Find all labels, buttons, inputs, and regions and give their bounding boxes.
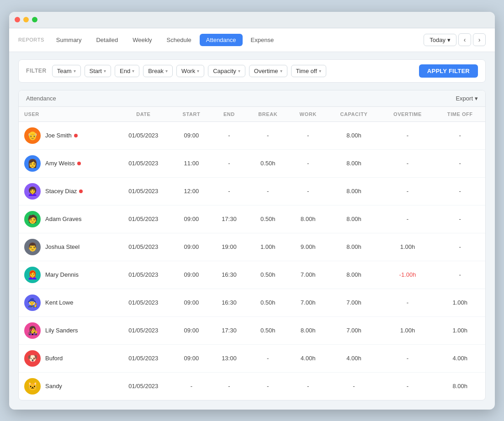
cell-time_off: - [435,177,485,205]
filter-time-off[interactable]: Time off ▾ [291,65,326,77]
cell-overtime: 1.00h [381,233,435,261]
cell-overtime: - [381,289,435,316]
cell-break: 1.00h [247,233,289,261]
titlebar [9,12,495,28]
table-row: 👩‍🦱 Stacey Diaz 01/05/202312:00---8.00h-… [19,177,485,205]
cell-capacity: - [327,372,380,400]
maximize-dot[interactable] [32,17,37,22]
cell-overtime: 1.00h [381,316,435,344]
user-cell: 👩 Amy Weiss [19,149,115,177]
cell-end: 17:30 [211,205,247,233]
user-name: Lily Sanders [45,327,78,334]
user-name: Mary Dennis [45,271,79,278]
cell-work: - [289,149,328,177]
cell-break: 0.50h [247,205,289,233]
filter-team[interactable]: Team ▾ [52,65,81,77]
apply-filter-button[interactable]: APPLY FILTER [419,64,478,78]
tab-weekly[interactable]: Weekly [126,34,158,46]
cell-date: 01/05/2023 [115,233,171,261]
user-cell: 🧙 Kent Lowe [19,289,115,316]
cell-work: - [289,121,328,149]
cell-capacity: 8.00h [327,233,380,261]
table-row: 🧑 Adam Graves 01/05/202309:0017:300.50h8… [19,205,485,233]
cell-time_off: 4.00h [435,344,485,372]
cell-overtime: - [381,344,435,372]
cell-overtime: -1.00h [381,261,435,289]
user-cell: 🐱 Sandy [19,372,115,400]
cell-work: 8.00h [289,316,328,344]
user-name: Joshua Steel [45,243,80,250]
cell-time_off: - [435,261,485,289]
attendance-table: USER DATE START END BREAK WORK CAPACITY … [19,107,485,400]
cell-break: - [247,177,289,205]
cell-capacity: 8.00h [327,121,380,149]
cell-start: 09:00 [172,233,212,261]
topbar-right: Today ▾ ‹ › [424,33,486,46]
cell-time_off: 8.00h [435,372,485,400]
cell-end: - [211,177,247,205]
cell-overtime: - [381,205,435,233]
avatar: 🧑 [24,211,41,227]
close-dot[interactable] [15,17,20,22]
filter-break[interactable]: Break ▾ [143,65,173,77]
avatar: 🐱 [24,378,41,395]
tab-attendance[interactable]: Attendance [200,34,243,46]
tab-expense[interactable]: Expense [244,34,281,46]
cell-work: 7.00h [289,261,328,289]
tab-summary[interactable]: Summary [50,34,88,46]
cell-break: 0.50h [247,149,289,177]
user-cell: 🐶 Buford [19,344,115,372]
today-label: Today [430,37,446,43]
user-cell: 🧑 Adam Graves [19,205,115,233]
tab-detailed[interactable]: Detailed [90,34,124,46]
avatar: 👩‍🦰 [24,267,41,283]
filter-end[interactable]: End ▾ [115,65,139,77]
cell-date: 01/05/2023 [115,205,171,233]
filter-overtime[interactable]: Overtime ▾ [249,65,287,77]
avatar: 👩‍🦱 [24,183,41,200]
table-section-header: Attendance Export ▾ [19,90,485,107]
tab-schedule[interactable]: Schedule [160,34,198,46]
cell-capacity: 8.00h [327,177,380,205]
chevron-down-icon: ▾ [475,95,478,102]
table-section-title: Attendance [26,95,56,102]
cell-start: 12:00 [172,177,212,205]
today-button[interactable]: Today ▾ [424,34,456,46]
cell-start: 09:00 [172,121,212,149]
cell-end: - [211,121,247,149]
online-indicator [74,134,78,137]
export-button[interactable]: Export ▾ [456,95,478,102]
table-row: 👩‍🎤 Lily Sanders 01/05/202309:0017:300.5… [19,316,485,344]
cell-start: 09:00 [172,205,212,233]
user-cell: 👩‍🦰 Mary Dennis [19,261,115,289]
chevron-down-icon: ▾ [165,68,168,74]
filter-capacity[interactable]: Capacity ▾ [208,65,245,77]
next-button[interactable]: › [473,33,486,46]
cell-overtime: - [381,177,435,205]
cell-time_off: - [435,121,485,149]
user-name: Adam Graves [45,216,81,222]
cell-end: 16:30 [211,289,247,316]
chevron-down-icon: ▾ [280,68,282,74]
cell-overtime: - [381,372,435,400]
cell-work: 8.00h [289,205,328,233]
cell-end: 13:00 [211,344,247,372]
user-name: Kent Lowe [45,299,73,306]
filter-work[interactable]: Work ▾ [176,65,204,77]
chevron-down-icon: ▾ [447,37,451,43]
online-indicator [79,189,83,193]
col-overtime: OVERTIME [381,107,435,122]
table-row: 🐱 Sandy 01/05/2023------8.00h [19,372,485,400]
prev-button[interactable]: ‹ [458,33,471,46]
cell-time_off: - [435,205,485,233]
minimize-dot[interactable] [23,17,29,22]
cell-work: 4.00h [289,344,328,372]
cell-overtime: - [381,149,435,177]
filter-start[interactable]: Start ▾ [85,65,111,77]
cell-break: 0.50h [247,289,289,316]
cell-date: 01/05/2023 [115,289,171,316]
chevron-down-icon: ▾ [74,68,76,74]
cell-date: 01/05/2023 [115,372,171,400]
attendance-table-wrapper: Attendance Export ▾ USER DATE START END … [18,90,486,400]
cell-start: 09:00 [172,344,212,372]
